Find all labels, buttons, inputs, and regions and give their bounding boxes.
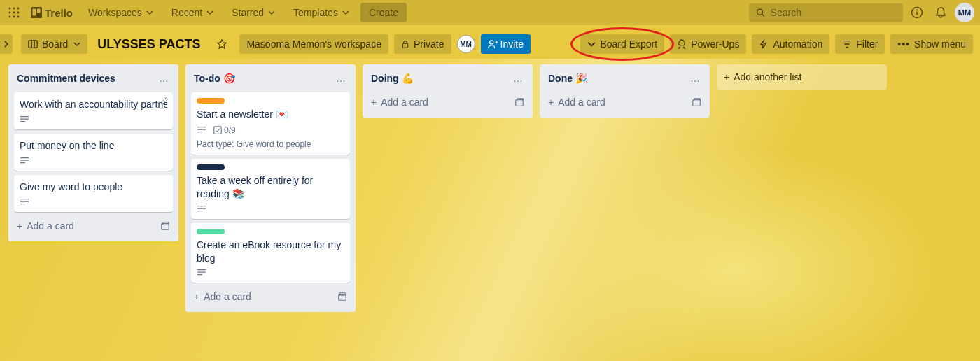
nav-templates[interactable]: Templates	[286, 3, 356, 22]
list-title[interactable]: Doing 💪	[371, 73, 414, 84]
card-label[interactable]	[197, 164, 225, 170]
sidebar-expand-button[interactable]	[0, 34, 13, 54]
nav-workspaces[interactable]: Workspaces	[81, 3, 160, 22]
card-template-icon[interactable]	[337, 292, 347, 302]
invite-button[interactable]: Invite	[481, 34, 531, 54]
nav-recent[interactable]: Recent	[164, 3, 220, 22]
visibility-chip[interactable]: Private	[394, 34, 451, 54]
chevron-down-icon	[74, 41, 80, 48]
svg-point-4	[13, 12, 15, 14]
svg-point-7	[13, 16, 15, 18]
plus-icon: +	[724, 71, 729, 83]
filter-icon	[842, 39, 852, 49]
bolt-icon	[759, 39, 769, 49]
svg-point-0	[9, 8, 11, 10]
board-view-switcher[interactable]: Board	[21, 34, 88, 54]
svg-point-6	[9, 16, 11, 18]
svg-line-13	[762, 14, 764, 16]
list-title[interactable]: Commitment devices	[17, 73, 115, 84]
power-ups-button[interactable]: Power-Ups	[670, 34, 746, 54]
board-member-avatar[interactable]: MM	[457, 35, 475, 53]
star-icon	[217, 39, 227, 49]
lock-icon	[401, 40, 410, 48]
card-custom-field: Pact type: Give word to people	[197, 139, 344, 149]
card-label[interactable]	[197, 229, 225, 234]
list-to-do: To-do 🎯 … Start a newsletter 💌 0/9 Pact …	[186, 64, 356, 312]
description-icon	[20, 198, 29, 206]
card[interactable]: Work with an accountability partner	[14, 92, 173, 129]
show-menu-button[interactable]: ••• Show menu	[890, 34, 973, 54]
list-commitment-devices: Commitment devices … Work with an accoun…	[8, 64, 178, 241]
trello-logo[interactable]: Trello	[27, 4, 77, 22]
svg-rect-16	[916, 12, 918, 15]
star-button[interactable]	[210, 35, 234, 53]
create-button[interactable]: Create	[360, 3, 407, 22]
card-template-icon[interactable]	[514, 97, 524, 107]
pencil-icon[interactable]	[160, 97, 169, 105]
card-title: Take a week off entirely for reading 📚	[197, 174, 344, 201]
list-title[interactable]: Done 🎉	[548, 73, 587, 84]
list-title[interactable]: To-do 🎯	[194, 73, 235, 84]
description-icon	[20, 157, 29, 165]
search-input[interactable]	[771, 7, 896, 18]
card[interactable]: Give my word to people	[14, 175, 173, 212]
svg-rect-24	[214, 127, 222, 134]
card[interactable]: Create an eBook resource for my blog	[191, 223, 350, 283]
card[interactable]: Put money on the line	[14, 134, 173, 171]
card[interactable]: Start a newsletter 💌 0/9 Pact type: Give…	[191, 92, 350, 155]
svg-rect-20	[402, 43, 408, 48]
svg-point-12	[757, 9, 763, 15]
svg-point-15	[916, 10, 918, 11]
card-title: Work with an accountability partner	[20, 98, 167, 111]
svg-point-8	[18, 16, 20, 18]
svg-point-1	[13, 8, 15, 10]
board-title[interactable]: ULYSSES PACTS	[93, 37, 204, 52]
board-export-button[interactable]: Board Export	[580, 34, 664, 54]
card-title: Create an eBook resource for my blog	[197, 239, 344, 265]
plus-icon: +	[548, 97, 554, 108]
board-canvas: Commitment devices … Work with an accoun…	[0, 59, 980, 361]
plus-icon: +	[371, 97, 377, 108]
add-card-button[interactable]: +Add a card	[17, 220, 74, 232]
list-done: Done 🎉 … +Add a card	[540, 64, 710, 118]
svg-rect-10	[33, 9, 36, 16]
info-icon[interactable]	[907, 3, 927, 22]
user-avatar[interactable]: MM	[955, 3, 974, 22]
card-title: Start a newsletter 💌	[197, 108, 344, 121]
search-box[interactable]	[749, 3, 903, 22]
filter-button[interactable]: Filter	[835, 34, 885, 54]
add-card-button[interactable]: +Add a card	[194, 291, 251, 302]
svg-point-3	[9, 12, 11, 14]
description-icon	[20, 115, 29, 124]
card-title: Give my word to people	[20, 180, 167, 194]
nav-starred[interactable]: Starred	[225, 3, 282, 22]
svg-point-21	[489, 41, 493, 44]
apps-menu-icon[interactable]	[6, 4, 22, 21]
ellipsis-icon: •••	[897, 38, 910, 50]
list-doing: Doing 💪 … +Add a card	[363, 64, 533, 118]
list-menu-button[interactable]: …	[158, 71, 170, 85]
card-template-icon[interactable]	[692, 97, 701, 107]
add-user-icon	[488, 39, 498, 49]
workspace-chip[interactable]: Masooma Memon's workspace	[239, 34, 388, 54]
list-menu-button[interactable]: …	[689, 71, 701, 85]
svg-rect-17	[29, 41, 37, 48]
add-card-button[interactable]: +Add a card	[548, 97, 606, 108]
topbar: Trello Workspaces Recent Starred Templat…	[0, 0, 980, 25]
card-template-icon[interactable]	[160, 221, 170, 231]
notifications-icon[interactable]	[931, 3, 951, 22]
card-label[interactable]	[197, 98, 225, 104]
svg-rect-11	[37, 9, 41, 13]
card-title: Put money on the line	[20, 139, 167, 153]
list-menu-button[interactable]: …	[335, 71, 347, 85]
svg-point-5	[18, 12, 20, 14]
description-icon	[197, 205, 206, 213]
automation-button[interactable]: Automation	[752, 34, 830, 54]
add-card-button[interactable]: +Add a card	[371, 97, 428, 108]
add-list-button[interactable]: + Add another list	[717, 64, 887, 90]
list-menu-button[interactable]: …	[512, 71, 524, 85]
board-icon	[28, 39, 38, 49]
plus-icon: +	[17, 220, 22, 232]
svg-rect-9	[31, 7, 42, 18]
card[interactable]: Take a week off entirely for reading 📚	[191, 159, 350, 219]
